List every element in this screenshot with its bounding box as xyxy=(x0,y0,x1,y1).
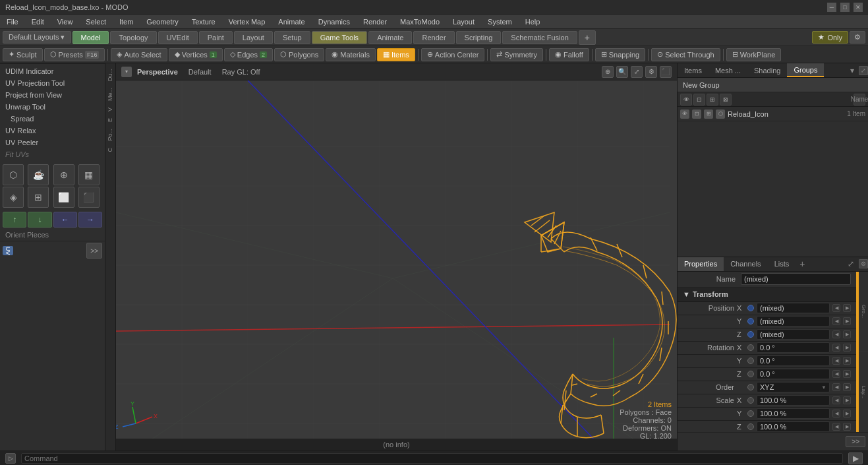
scale-z-anim2[interactable]: ▶ xyxy=(843,423,851,431)
scale-y-value[interactable]: 100.0 % xyxy=(757,408,830,419)
sculpt-button[interactable]: ✦ Sculpt xyxy=(3,48,43,61)
order-anim[interactable]: ◀ xyxy=(832,383,840,391)
menu-dynamics[interactable]: Dynamics xyxy=(312,15,357,28)
tab-setup[interactable]: Setup xyxy=(274,31,310,44)
arrow-down[interactable]: ↓ xyxy=(28,212,51,228)
tool-icon-8[interactable]: ⬛ xyxy=(78,187,100,208)
tab-items[interactable]: Items xyxy=(678,63,709,77)
tool-icon-1[interactable]: ⬡ xyxy=(3,164,24,185)
tab-layout[interactable]: Layout xyxy=(234,31,273,44)
command-input[interactable] xyxy=(21,453,843,464)
only-button[interactable]: ★ Only xyxy=(812,31,848,44)
scale-z-dot[interactable] xyxy=(747,423,754,430)
menu-item[interactable]: Item xyxy=(113,15,140,28)
scale-x-anim[interactable]: ◀ xyxy=(832,396,840,404)
viewport-expand-icon[interactable]: ⤢ xyxy=(631,66,643,78)
vtab-c[interactable]: C xyxy=(105,145,115,155)
uv-tab[interactable]: UV xyxy=(3,246,13,255)
rot-y-dot[interactable] xyxy=(747,357,754,364)
restore-button[interactable]: □ xyxy=(840,3,850,12)
viewport-settings-icon[interactable]: ⚙ xyxy=(645,66,657,78)
pos-x-anim2[interactable]: ▶ xyxy=(843,304,851,312)
command-execute-btn[interactable]: ▶ xyxy=(848,452,863,464)
gro-vtab[interactable]: Gro... xyxy=(861,305,867,318)
tab-uvedit[interactable]: UVEdit xyxy=(158,31,198,44)
menu-system[interactable]: System xyxy=(481,15,519,28)
vis-icon-2[interactable]: ⊡ xyxy=(693,94,705,106)
close-button[interactable]: ✕ xyxy=(854,3,863,12)
pos-x-anim[interactable]: ◀ xyxy=(832,304,840,312)
rot-z-dot[interactable] xyxy=(747,371,754,377)
viewport[interactable]: ▾ Perspective Default Ray GL: Off ⊕ 🔍 ⤢ … xyxy=(116,63,677,450)
menu-view[interactable]: View xyxy=(51,15,80,28)
scale-z-anim[interactable]: ◀ xyxy=(832,423,840,431)
items-panel-expand[interactable]: ⤢ xyxy=(859,66,868,75)
order-dropdown[interactable]: XYZ ▼ xyxy=(757,382,830,392)
menu-render[interactable]: Render xyxy=(357,15,393,28)
uv-relax[interactable]: UV Relax xyxy=(0,125,105,137)
vtab-du[interactable]: Du... xyxy=(105,66,115,84)
rot-x-value[interactable]: 0.0 ° xyxy=(757,342,830,353)
auto-select-button[interactable]: ◈ Auto Select xyxy=(111,48,167,61)
fit-uvs[interactable]: Fit UVs xyxy=(0,148,105,160)
item-lock[interactable]: ⊞ xyxy=(704,109,713,119)
item-visibility[interactable]: 👁 xyxy=(680,109,689,119)
rot-x-dot[interactable] xyxy=(747,344,754,351)
menu-edit[interactable]: Edit xyxy=(25,15,51,28)
menu-help[interactable]: Help xyxy=(519,15,547,28)
vis-icon-1[interactable]: 👁 xyxy=(680,94,692,106)
vtab-v[interactable]: V xyxy=(105,105,115,114)
vis-icon-4[interactable]: ⊠ xyxy=(720,94,732,106)
pos-z-anim[interactable]: ◀ xyxy=(832,330,840,338)
scale-x-value[interactable]: 100.0 % xyxy=(757,395,830,406)
vis-icon-3[interactable]: ⊞ xyxy=(707,94,718,106)
scale-y-anim2[interactable]: ▶ xyxy=(843,410,851,418)
rot-y-anim2[interactable]: ▶ xyxy=(843,357,851,365)
falloff-button[interactable]: ◉ Falloff xyxy=(549,48,589,61)
tool-icon-7[interactable]: ⬜ xyxy=(53,187,74,208)
unwrap-tool[interactable]: Unwrap Tool xyxy=(0,101,105,113)
scale-y-dot[interactable] xyxy=(747,410,754,417)
pos-y-dot[interactable] xyxy=(747,318,754,325)
rot-z-anim2[interactable]: ▶ xyxy=(843,370,851,378)
items-expand-btn[interactable]: ▾ xyxy=(846,64,859,77)
tab-lists[interactable]: Lists xyxy=(768,257,796,271)
items-button[interactable]: ▦ Items xyxy=(377,48,415,61)
pos-y-anim[interactable]: ◀ xyxy=(832,317,840,325)
rot-z-value[interactable]: 0.0 ° xyxy=(757,369,830,379)
tab-model[interactable]: Model xyxy=(72,31,109,44)
menu-geometry[interactable]: Geometry xyxy=(140,15,185,28)
arrow-right[interactable]: → xyxy=(78,212,102,228)
tool-icon-2[interactable]: ☕ xyxy=(28,164,49,185)
viewport-maximize-icon[interactable]: ⬛ xyxy=(660,66,672,78)
tab-groups[interactable]: Groups xyxy=(787,63,824,77)
add-tab-button[interactable]: + xyxy=(579,30,596,45)
arrow-left[interactable]: ← xyxy=(53,212,77,228)
settings-button[interactable]: ⚙ xyxy=(850,31,865,44)
expand-button[interactable]: >> xyxy=(86,243,102,259)
item-render[interactable]: ⊡ xyxy=(692,109,701,119)
tool-icon-6[interactable]: ⊞ xyxy=(28,187,49,208)
rot-x-anim2[interactable]: ▶ xyxy=(843,344,851,352)
rot-y-value[interactable]: 0.0 ° xyxy=(757,356,830,366)
pos-x-value[interactable]: (mixed) xyxy=(757,303,830,313)
name-prop-input[interactable] xyxy=(741,273,851,285)
menu-layout[interactable]: Layout xyxy=(446,15,481,28)
tab-game-tools[interactable]: Game Tools xyxy=(312,31,368,44)
lay-vtab[interactable]: Lay... xyxy=(861,386,867,398)
props-gear-btn[interactable]: ⚙ xyxy=(859,259,868,268)
pos-z-dot[interactable] xyxy=(747,331,754,338)
vtab-po[interactable]: Po... xyxy=(105,126,115,144)
menu-file[interactable]: File xyxy=(0,15,25,28)
udim-indicator[interactable]: UDIM Indicator xyxy=(0,65,105,77)
tab-topology[interactable]: Topology xyxy=(110,31,156,44)
props-expand-btn[interactable]: ⤢ xyxy=(844,257,857,270)
item-row-reload-icon[interactable]: 👁 ⊡ ⊞ ⬡ Reload_Icon 1 Item xyxy=(678,107,868,121)
vertices-button[interactable]: ◆ Vertices 1 xyxy=(169,48,223,61)
tab-animate[interactable]: Animate xyxy=(368,31,412,44)
scale-y-anim[interactable]: ◀ xyxy=(832,410,840,418)
pos-y-value[interactable]: (mixed) xyxy=(757,316,830,326)
menu-maxtomodo[interactable]: MaxToModo xyxy=(393,15,446,28)
scale-x-dot[interactable] xyxy=(747,397,754,404)
add-prop-tab[interactable]: + xyxy=(796,257,809,270)
